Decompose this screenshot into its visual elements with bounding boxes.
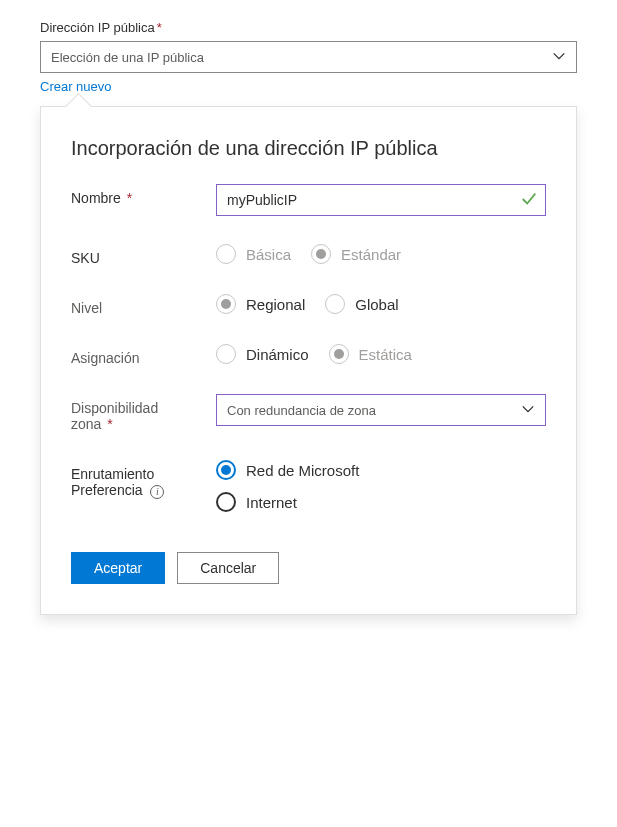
availability-zone-value: Con redundancia de zona	[227, 403, 376, 418]
radio-icon	[216, 492, 236, 512]
routing-internet-label: Internet	[246, 494, 297, 511]
required-asterisk: *	[157, 20, 162, 35]
sku-basic-radio: Básica	[216, 244, 291, 264]
check-icon	[520, 190, 538, 211]
chevron-down-icon	[521, 402, 535, 419]
availability-zone-label: Disponibilidad zona *	[71, 394, 216, 432]
radio-icon	[216, 294, 236, 314]
sku-basic-label: Básica	[246, 246, 291, 263]
assignment-static-label: Estática	[359, 346, 412, 363]
sku-standard-label: Estándar	[341, 246, 401, 263]
radio-icon	[216, 344, 236, 364]
assignment-dynamic-radio: Dinámico	[216, 344, 309, 364]
sku-label: SKU	[71, 244, 216, 266]
name-label: Nombre *	[71, 184, 216, 206]
tier-regional-label: Regional	[246, 296, 305, 313]
tier-global-label: Global	[355, 296, 398, 313]
add-public-ip-popover: Incorporación de una dirección IP públic…	[40, 106, 577, 615]
popover-title: Incorporación de una dirección IP públic…	[71, 137, 546, 160]
tier-global-radio: Global	[325, 294, 398, 314]
assignment-dynamic-label: Dinámico	[246, 346, 309, 363]
name-input[interactable]	[216, 184, 546, 216]
tier-label: Nivel	[71, 294, 216, 316]
radio-icon	[325, 294, 345, 314]
public-ip-select-placeholder: Elección de una IP pública	[51, 50, 204, 65]
public-ip-select[interactable]: Elección de una IP pública	[40, 41, 577, 73]
routing-microsoft-label: Red de Microsoft	[246, 462, 359, 479]
routing-microsoft-radio[interactable]: Red de Microsoft	[216, 460, 359, 480]
cancel-button[interactable]: Cancelar	[177, 552, 279, 584]
public-ip-field-label: Dirección IP pública*	[40, 20, 577, 35]
assignment-static-radio: Estática	[329, 344, 412, 364]
tier-regional-radio: Regional	[216, 294, 305, 314]
radio-icon	[216, 460, 236, 480]
ok-button[interactable]: Aceptar	[71, 552, 165, 584]
required-asterisk: *	[127, 190, 132, 206]
radio-icon	[216, 244, 236, 264]
info-icon[interactable]: i	[150, 485, 164, 499]
sku-standard-radio: Estándar	[311, 244, 401, 264]
assignment-label: Asignación	[71, 344, 216, 366]
routing-internet-radio[interactable]: Internet	[216, 492, 297, 512]
chevron-down-icon	[552, 49, 566, 66]
required-asterisk: *	[107, 416, 112, 432]
radio-icon	[329, 344, 349, 364]
create-new-link[interactable]: Crear nuevo	[40, 79, 112, 94]
radio-icon	[311, 244, 331, 264]
availability-zone-select[interactable]: Con redundancia de zona	[216, 394, 546, 426]
routing-preference-label: Enrutamiento Preferencia i	[71, 460, 216, 499]
